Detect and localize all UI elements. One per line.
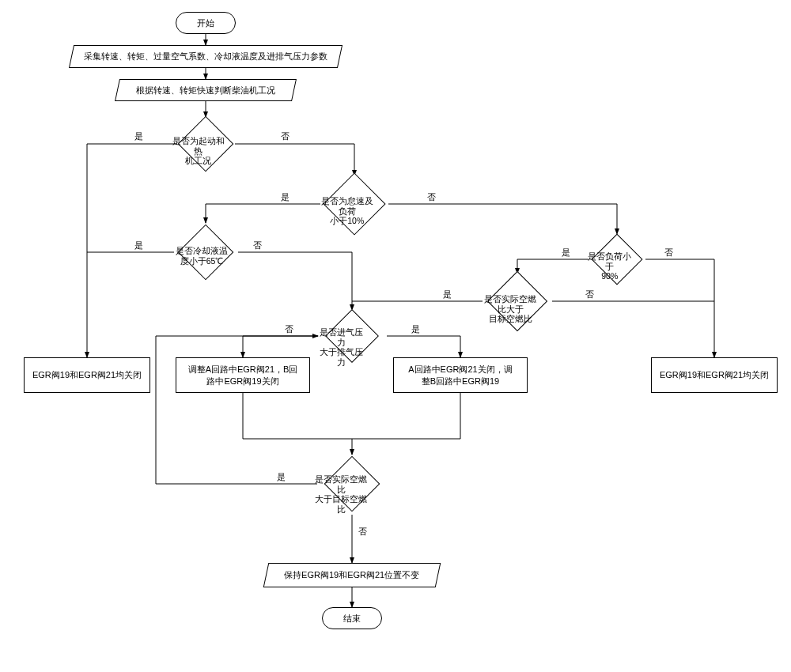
start-terminator: 开始 xyxy=(176,12,236,34)
intake-exhaust-decision: 是否进气压力 大于排气压力 xyxy=(325,309,379,363)
start-warmup-decision: 是否为起动和热 机工况 xyxy=(178,116,234,172)
load90-decision: 是否负荷小于 90% xyxy=(591,233,642,285)
keep-position-text: 保持EGR阀19和EGR阀21位置不变 xyxy=(284,569,419,580)
dec-load90-yes: 是 xyxy=(562,247,570,259)
both-closed-right-text: EGR阀19和EGR阀21均关闭 xyxy=(660,369,769,380)
dec-coolant-yes: 是 xyxy=(134,240,143,251)
start-warmup-label: 是否为起动和热 机工况 xyxy=(172,136,225,166)
judge-condition-io: 根据转速、转矩快速判断柴油机工况 xyxy=(115,79,297,101)
afr2-label: 是否实际空燃比 大于目标空燃比 xyxy=(315,474,368,514)
dec-afr1-no: 否 xyxy=(585,289,594,300)
idle-load10-decision: 是否为怠速及负荷 小于10% xyxy=(323,172,385,235)
judge-condition-text: 根据转速、转矩快速判断柴油机工况 xyxy=(136,85,275,96)
adjust-a-process: 调整A回路中EGR阀21，B回 路中EGR阀19关闭 xyxy=(176,357,310,393)
dec-intake-no: 否 xyxy=(285,323,293,335)
dec-afr1-yes: 是 xyxy=(443,289,452,300)
dec1-yes: 是 xyxy=(134,130,143,142)
end-label: 结束 xyxy=(343,613,361,624)
coolant65-decision: 是否冷却液温 度小于65℃ xyxy=(178,225,234,281)
idle-load10-label: 是否为怠速及负荷 小于10% xyxy=(317,196,377,226)
both-closed-left-text: EGR阀19和EGR阀21均关闭 xyxy=(32,369,142,380)
coolant65-label: 是否冷却液温 度小于65℃ xyxy=(176,246,229,266)
dec-idle-yes: 是 xyxy=(281,191,290,203)
afr2-decision: 是否实际空燃比 大于目标空燃比 xyxy=(324,456,380,512)
intake-exhaust-label: 是否进气压力 大于排气压力 xyxy=(316,327,366,366)
adjust-b-text: A回路中EGR阀21关闭，调 整B回路中EGR阀19 xyxy=(408,364,512,387)
collect-params-text: 采集转速、转矩、过量空气系数、冷却液温度及进排气压力参数 xyxy=(84,51,327,62)
dec1-no: 否 xyxy=(281,130,290,142)
dec-load90-no: 否 xyxy=(664,247,673,259)
both-closed-left-process: EGR阀19和EGR阀21均关闭 xyxy=(24,357,150,393)
both-closed-right-process: EGR阀19和EGR阀21均关闭 xyxy=(651,357,778,393)
dec-afr2-no: 否 xyxy=(358,526,367,538)
adjust-b-process: A回路中EGR阀21关闭，调 整B回路中EGR阀19 xyxy=(393,357,528,393)
dec-idle-no: 否 xyxy=(427,191,436,203)
end-terminator: 结束 xyxy=(322,607,382,629)
afr1-decision: 是否实际空燃比大于 目标空燃比 xyxy=(487,271,547,331)
collect-params-io: 采集转速、转矩、过量空气系数、冷却液温度及进排气压力参数 xyxy=(69,45,343,68)
dec-afr2-yes: 是 xyxy=(277,471,286,483)
load90-label: 是否负荷小于 90% xyxy=(585,251,634,281)
afr1-label: 是否实际空燃比大于 目标空燃比 xyxy=(482,293,539,323)
start-label: 开始 xyxy=(197,17,214,28)
adjust-a-text: 调整A回路中EGR阀21，B回 路中EGR阀19关闭 xyxy=(188,364,298,387)
keep-position-io: 保持EGR阀19和EGR阀21位置不变 xyxy=(263,563,441,587)
dec-coolant-no: 否 xyxy=(253,240,262,251)
dec-intake-yes: 是 xyxy=(411,323,420,335)
